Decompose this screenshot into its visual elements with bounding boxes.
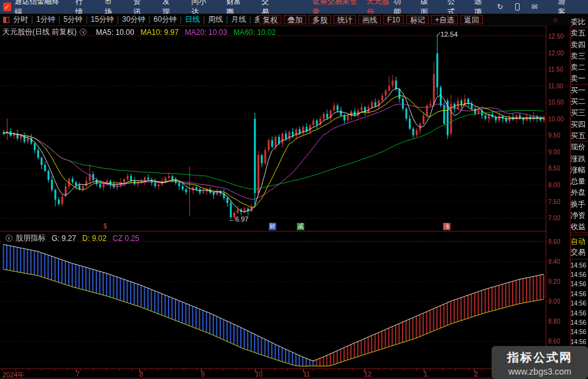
trade-time: 14:56	[571, 261, 588, 270]
quote-row-卖一[interactable]: 卖一	[571, 73, 588, 84]
date-axis-label: 2024年	[2, 370, 24, 379]
toolbar-button-+自选[interactable]: +自选	[431, 15, 458, 24]
toolbar-button-复权[interactable]: 复权	[259, 15, 281, 24]
toolbar-button-多股[interactable]: 多股	[309, 15, 331, 24]
period-tab-日线[interactable]: 日线	[177, 14, 200, 25]
quote-row-卖三[interactable]: 卖三	[571, 50, 588, 62]
quote-row-买一[interactable]: 买一	[571, 85, 588, 96]
date-axis-label: 10	[255, 370, 263, 378]
period-tab-月线[interactable]: 月线	[223, 14, 246, 25]
price-axis-label: 8.50	[548, 165, 569, 172]
trade-time: 14:56	[571, 299, 588, 308]
toolbar-button-F10[interactable]: F10	[383, 15, 404, 24]
indicator-axis-label: 8.60	[548, 338, 569, 345]
quote-row-卖二[interactable]: 卖二	[571, 62, 588, 73]
period-toolbar: 分时1分钟5分钟15分钟30分钟60分钟日线周线月线多周期更多> 复权叠加多股统…	[0, 14, 588, 26]
sidebar-actions: 自动交易	[571, 235, 588, 258]
price-axis-label: 11.50	[548, 66, 569, 73]
date-axis-label: 7	[76, 370, 80, 378]
toolbar-button-统计[interactable]: 统计	[334, 15, 356, 24]
quote-row-卖五[interactable]: 卖五	[571, 27, 588, 39]
price-axis-label: 7.00	[548, 215, 569, 222]
price-axis-label: 11.00	[548, 83, 569, 90]
toolbar-button-标记[interactable]: 标记	[406, 15, 429, 24]
indicator-value: D: 9.02	[82, 234, 106, 243]
watermark-url: www.zbgs3.com	[492, 367, 588, 377]
watermark-title: 指标公式网	[492, 350, 588, 366]
date-axis-label: 2	[474, 370, 478, 378]
panel-collapse-diamond-icon[interactable]: ◇	[553, 17, 558, 23]
event-marker-涨[interactable]: 涨	[443, 223, 450, 230]
quote-row-买二[interactable]: 买二	[571, 96, 588, 107]
toolbar-buttons: 复权叠加多股统计画线F10标记+自选返回	[256, 15, 483, 24]
trade-time: 14:56	[571, 279, 588, 289]
date-axis-label: 11	[303, 370, 310, 378]
indicator-axis-label: 9.40	[548, 258, 569, 265]
indicator-axis-label: 9.20	[548, 278, 569, 285]
quote-row-涨幅[interactable]: 涨幅	[571, 164, 588, 175]
quote-row-收益[interactable]: 收益	[571, 221, 588, 232]
quote-row-外盘[interactable]: 外盘	[571, 187, 588, 198]
price-axis-label: 9.50	[548, 132, 569, 139]
price-axis-label: 9.00	[548, 149, 569, 156]
tdx-logo-icon: ✓	[3, 2, 11, 11]
trade-time: 14:56	[571, 270, 588, 279]
price-axis-label: 8.00	[548, 182, 569, 189]
event-marker-财[interactable]: 财	[269, 223, 276, 230]
chart-title: 天元股份(日线 前复权)	[2, 27, 77, 37]
quote-row-买五[interactable]: 买五	[571, 130, 588, 141]
layout-split-icon[interactable]	[3, 17, 9, 23]
sidebar-action-自动[interactable]: 自动	[571, 236, 588, 247]
chevron-down-icon[interactable]: ∨	[80, 29, 86, 35]
period-tab-15分钟[interactable]: 15分钟	[83, 14, 114, 25]
quote-row-卖四[interactable]: 卖四	[571, 39, 588, 50]
refresh-icon[interactable]: ↻	[497, 2, 503, 11]
period-tab-30分钟[interactable]: 30分钟	[114, 14, 145, 25]
period-tab-5分钟[interactable]: 5分钟	[55, 14, 83, 25]
indicator-axis-label: 9.60	[548, 238, 569, 245]
indicator-axis-label: 8.80	[548, 318, 569, 325]
menu-bar: ✓ 通达信金融终端 行情市场资讯发现问小达财富圈交易 证券交易未登录 天元股份 …	[0, 0, 588, 14]
date-axis-label: 12	[364, 370, 371, 378]
mail-icon[interactable]: ✉	[531, 2, 538, 11]
quote-row-买三[interactable]: 买三	[571, 107, 588, 118]
quote-row-买四[interactable]: 买四	[571, 119, 588, 130]
trade-time: 14:56	[571, 309, 588, 318]
date-axis-label: 8	[139, 370, 143, 378]
indicator-header: ∨ 股朋指标 G: 9.27D: 9.02CZ 0.25	[2, 233, 139, 243]
quote-row-总量[interactable]: 总量	[571, 175, 588, 187]
period-tab-分时[interactable]: 分时	[13, 14, 28, 25]
price-axis-label: 10.00	[548, 116, 569, 123]
ma-legend-item: MA5: 10.00	[96, 28, 134, 37]
indicator-axis-label: 9.00	[548, 298, 569, 305]
chart-header: 天元股份(日线 前复权) ∨ MA5: 10.00MA10: 9.97MA20:…	[2, 27, 276, 37]
sidebar-action-交易[interactable]: 交易	[571, 247, 588, 258]
quote-row-涨跌[interactable]: 涨跌	[571, 153, 588, 164]
event-marker-减[interactable]: 减	[297, 223, 304, 230]
price-axis-label: 10.50	[548, 99, 569, 106]
indicator-value: G: 9.27	[52, 234, 76, 243]
low-price-annotation: ←6.97	[228, 215, 248, 223]
price-chart-canvas[interactable]	[0, 0, 588, 379]
trade-time: 14:56	[571, 318, 588, 327]
quote-row-委比[interactable]: 委比	[571, 16, 588, 27]
event-marker-$[interactable]: $	[101, 223, 109, 230]
ma-legend: MA5: 10.00MA10: 9.97MA20: 10.03MA60: 10.…	[90, 28, 276, 37]
toolbar-button-叠加[interactable]: 叠加	[284, 15, 306, 24]
toolbar-button-画线[interactable]: 画线	[358, 15, 381, 24]
trade-time: 14:56	[571, 327, 588, 337]
quote-row-现价[interactable]: 现价	[571, 141, 588, 152]
period-tab-60分钟[interactable]: 60分钟	[146, 14, 177, 25]
period-tab-1分钟[interactable]: 1分钟	[28, 14, 55, 25]
period-tab-周线[interactable]: 周线	[200, 14, 223, 25]
indicator-value: CZ 0.25	[113, 234, 139, 243]
quote-row-换手[interactable]: 换手	[571, 199, 588, 210]
quote-row-净资[interactable]: 净资	[571, 210, 588, 221]
ma-legend-item: MA20: 10.03	[185, 28, 227, 37]
ma-legend-item: MA10: 9.97	[141, 28, 179, 37]
phone-icon[interactable]	[515, 3, 520, 11]
price-axis-label: 12.00	[548, 50, 569, 57]
chevron-down-icon[interactable]: ∨	[6, 235, 12, 241]
trade-times-list: 14:5614:5614:5614:5614:5614:5614:5614:56…	[571, 259, 588, 347]
toolbar-button-返回[interactable]: 返回	[460, 15, 483, 24]
